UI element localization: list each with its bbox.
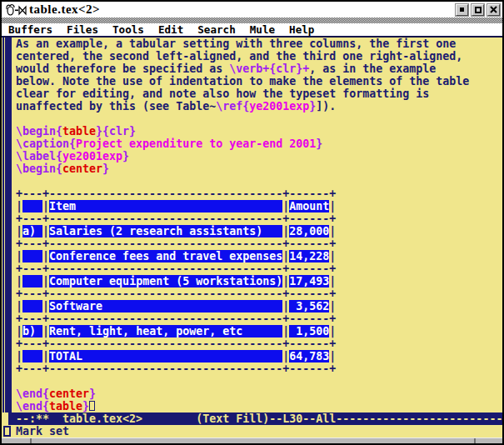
table-cell-highlight[interactable]: Item xyxy=(49,200,282,212)
text-segment[interactable]: | xyxy=(42,225,49,238)
table-cell-highlight[interactable] xyxy=(22,250,42,262)
buffer-line[interactable]: +---+-----------------------------------… xyxy=(16,188,502,200)
text-segment[interactable]: | xyxy=(329,325,336,338)
buffer-line[interactable]: would therefore be specified as \verb+{c… xyxy=(16,62,502,75)
buffer-line[interactable]: +---+-----------------------------------… xyxy=(16,362,502,375)
string-segment[interactable]: Project expenditure to year-end 2001 xyxy=(76,138,316,150)
buffer-line[interactable] xyxy=(16,175,502,188)
environment-name-segment[interactable]: center xyxy=(49,388,89,400)
resize-grip-left[interactable] xyxy=(30,438,32,444)
text-segment[interactable]: | xyxy=(42,275,49,288)
text-segment[interactable]: | xyxy=(42,200,49,212)
table-cell-highlight[interactable] xyxy=(22,350,42,362)
environment-name-segment[interactable]: center xyxy=(62,162,102,175)
text-segment[interactable]: +---+-----------------------------------… xyxy=(16,238,336,250)
text-segment[interactable]: | xyxy=(16,275,22,288)
string-segment[interactable]: ye2001exp xyxy=(62,150,122,162)
buffer-line[interactable]: |a) |Salaries (2 research assistants) |2… xyxy=(16,225,502,238)
buffer-line[interactable]: +---+-----------------------------------… xyxy=(16,238,502,250)
close-button[interactable] xyxy=(487,4,500,16)
keyword-segment[interactable]: \verb+{clr}+ xyxy=(229,62,309,75)
buffer-line[interactable]: +---+-----------------------------------… xyxy=(16,338,502,350)
table-cell-highlight[interactable]: 64,783 xyxy=(289,350,329,362)
text-segment[interactable]: would therefore be specified as xyxy=(16,62,229,75)
buffer-line[interactable]: +---+-----------------------------------… xyxy=(16,262,502,275)
environment-name-segment[interactable]: table xyxy=(62,125,96,138)
keyword-segment[interactable]: } xyxy=(89,388,96,400)
buffer-line[interactable]: +---+-----------------------------------… xyxy=(16,288,502,300)
table-cell-highlight[interactable]: 14,228 xyxy=(289,250,329,262)
text-segment[interactable]: | xyxy=(329,275,336,288)
table-cell-highlight[interactable] xyxy=(22,275,42,288)
text-segment[interactable]: | xyxy=(329,300,336,312)
text-segment[interactable]: | xyxy=(16,300,22,312)
buffer-line[interactable]: \label{ye2001exp} xyxy=(16,150,502,162)
text-segment[interactable]: | xyxy=(42,300,49,312)
buffer-line[interactable]: | |TOTAL |64,783| xyxy=(16,350,502,362)
table-cell-highlight[interactable]: Computer equipment (5 workstations) xyxy=(49,275,282,288)
text-segment[interactable]: | xyxy=(329,250,336,262)
text-segment[interactable]: +---+-----------------------------------… xyxy=(16,188,336,200)
menu-item-mule[interactable]: Mule xyxy=(250,23,275,36)
buffer-line[interactable]: +---+-----------------------------------… xyxy=(16,212,502,225)
resize-grip-right[interactable] xyxy=(474,438,476,444)
text-segment[interactable]: | xyxy=(16,225,22,238)
keyword-segment[interactable]: \label{ xyxy=(16,150,62,162)
keyword-segment[interactable]: \end{ xyxy=(16,388,49,400)
text-segment[interactable]: | xyxy=(329,350,336,362)
menu-item-tools[interactable]: Tools xyxy=(112,23,144,36)
menu-item-files[interactable]: Files xyxy=(67,23,98,36)
table-cell-highlight[interactable]: Rent, light, heat, power, etc xyxy=(49,325,282,338)
bottom-resize-border[interactable] xyxy=(2,438,502,444)
text-segment[interactable]: | xyxy=(329,200,336,212)
buffer-line[interactable]: clear for editing, and note also how the… xyxy=(16,88,502,100)
keyword-segment[interactable]: } xyxy=(122,150,129,162)
table-cell-highlight[interactable] xyxy=(22,300,42,312)
buffer-line[interactable]: \end{table} xyxy=(16,400,502,412)
table-cell-highlight[interactable]: 3,562 xyxy=(289,300,329,312)
text-segment[interactable]: +---+-----------------------------------… xyxy=(16,338,336,350)
keyword-segment[interactable]: \caption{ xyxy=(16,138,76,150)
text-segment[interactable]: clear for editing, and note also how the… xyxy=(16,88,429,100)
environment-name-segment[interactable]: table xyxy=(49,400,82,412)
buffer-line[interactable] xyxy=(16,112,502,125)
mode-line[interactable]: --:** table.tex<2> (Text Fill)--L30--All… xyxy=(8,412,502,425)
keyword-segment[interactable]: \ref{ xyxy=(216,100,249,112)
text-segment[interactable]: | xyxy=(42,250,49,262)
text-segment[interactable]: +---+-----------------------------------… xyxy=(16,288,336,300)
menu-item-help[interactable]: Help xyxy=(289,23,314,36)
text-segment[interactable]: ]). xyxy=(316,100,336,112)
buffer-line[interactable]: +---+-----------------------------------… xyxy=(16,312,502,325)
text-segment[interactable]: unaffected by this (see Table~ xyxy=(16,100,216,112)
text-segment[interactable]: +---+-----------------------------------… xyxy=(16,312,336,325)
table-cell-highlight[interactable]: a) xyxy=(22,225,42,238)
title-bar[interactable]: table.tex<2> xyxy=(2,2,502,18)
buffer-line[interactable]: As an example, a tabular setting with th… xyxy=(16,38,502,50)
text-segment[interactable]: | xyxy=(329,225,336,238)
text-segment[interactable]: | xyxy=(16,325,22,338)
minimize-button[interactable] xyxy=(456,4,468,16)
text-area[interactable]: As an example, a tabular setting with th… xyxy=(16,38,502,412)
menu-item-buffers[interactable]: Buffers xyxy=(8,23,52,36)
buffer-line[interactable] xyxy=(16,375,502,388)
text-segment[interactable]: | xyxy=(42,350,49,362)
keyword-segment[interactable]: } xyxy=(82,400,89,412)
buffer-line[interactable]: \caption{Project expenditure to year-end… xyxy=(16,138,502,150)
buffer-line[interactable]: unaffected by this (see Table~\ref{ye200… xyxy=(16,100,502,112)
table-cell-highlight[interactable]: Conference fees and travel expenses xyxy=(49,250,282,262)
buffer-line[interactable]: | |Conference fees and travel expenses|1… xyxy=(16,250,502,262)
table-cell-highlight[interactable]: Software xyxy=(49,300,282,312)
text-segment[interactable]: As an example, a tabular setting with th… xyxy=(16,38,456,50)
buffer-line[interactable]: | |Item |Amount| xyxy=(16,200,502,212)
buffer-line[interactable]: centered, the second left-aligned, and t… xyxy=(16,50,502,62)
table-cell-highlight[interactable]: Salaries (2 research assistants) xyxy=(49,225,282,238)
minibuffer[interactable]: Mark set xyxy=(2,425,502,438)
text-segment[interactable]: | xyxy=(16,350,22,362)
keyword-segment[interactable]: }{clr} xyxy=(96,125,136,138)
menu-item-edit[interactable]: Edit xyxy=(158,23,183,36)
cursor[interactable] xyxy=(89,401,95,411)
table-cell-highlight[interactable]: b) xyxy=(22,325,42,338)
text-segment[interactable]: | xyxy=(16,250,22,262)
text-segment[interactable]: below. Note the use of indentation to ma… xyxy=(16,75,469,88)
text-segment[interactable]: | xyxy=(16,200,22,212)
